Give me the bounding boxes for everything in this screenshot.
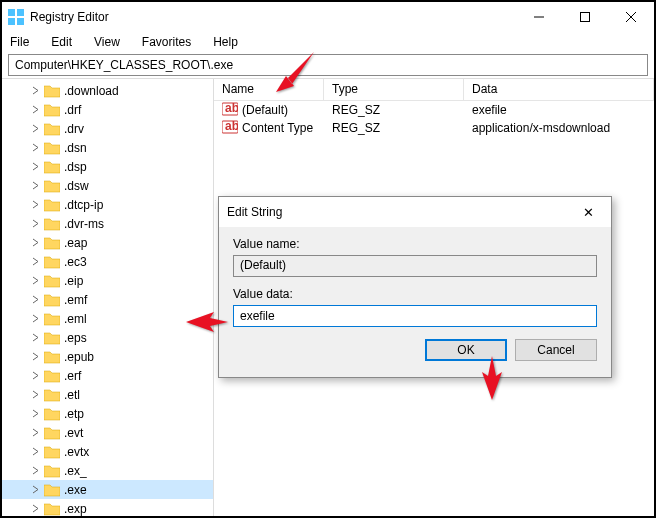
svg-rect-3 [17, 18, 24, 25]
chevron-right-icon[interactable] [28, 179, 42, 193]
value-row[interactable]: ab(Default)REG_SZexefile [214, 101, 654, 119]
value-data: application/x-msdownload [464, 121, 654, 135]
tree-item[interactable]: .exe [2, 480, 213, 499]
address-bar[interactable] [8, 54, 648, 76]
value-data: exefile [464, 103, 654, 117]
minimize-button[interactable] [516, 2, 562, 32]
tree-item[interactable]: .dvr-ms [2, 214, 213, 233]
cancel-button[interactable]: Cancel [515, 339, 597, 361]
tree-item[interactable]: .eml [2, 309, 213, 328]
menubar: File Edit View Favorites Help [2, 32, 654, 52]
tree-item-label: .erf [64, 369, 81, 383]
value-data-label: Value data: [233, 287, 597, 301]
svg-rect-5 [581, 13, 590, 22]
value-name: Content Type [242, 121, 313, 135]
chevron-right-icon[interactable] [28, 312, 42, 326]
chevron-right-icon[interactable] [28, 388, 42, 402]
tree-item[interactable]: .erf [2, 366, 213, 385]
tree-item[interactable]: .drv [2, 119, 213, 138]
ok-button[interactable]: OK [425, 339, 507, 361]
value-data-input[interactable] [233, 305, 597, 327]
tree-item[interactable]: .drf [2, 100, 213, 119]
chevron-right-icon[interactable] [28, 426, 42, 440]
tree-item-label: .eip [64, 274, 83, 288]
tree-item[interactable]: .download [2, 81, 213, 100]
tree-pane[interactable]: .download.drf.drv.dsn.dsp.dsw.dtcp-ip.dv… [2, 79, 214, 516]
tree-item-label: .ec3 [64, 255, 87, 269]
chevron-right-icon[interactable] [28, 274, 42, 288]
maximize-button[interactable] [562, 2, 608, 32]
tree-item[interactable]: .ec3 [2, 252, 213, 271]
tree-item[interactable]: .ex_ [2, 461, 213, 480]
chevron-right-icon[interactable] [28, 255, 42, 269]
regedit-icon [8, 9, 24, 25]
chevron-right-icon[interactable] [28, 464, 42, 478]
dialog-titlebar[interactable]: Edit String ✕ [219, 197, 611, 227]
tree-item[interactable]: .emf [2, 290, 213, 309]
dialog-title: Edit String [227, 205, 573, 219]
value-name-label: Value name: [233, 237, 597, 251]
menu-file[interactable]: File [6, 33, 33, 51]
tree-item-label: .epub [64, 350, 94, 364]
chevron-right-icon[interactable] [28, 369, 42, 383]
tree-item[interactable]: .eap [2, 233, 213, 252]
tree-item[interactable]: .etl [2, 385, 213, 404]
titlebar[interactable]: Registry Editor [2, 2, 654, 32]
chevron-right-icon[interactable] [28, 198, 42, 212]
tree-item-label: .dsw [64, 179, 89, 193]
svg-text:ab: ab [225, 101, 238, 115]
chevron-right-icon[interactable] [28, 350, 42, 364]
chevron-right-icon[interactable] [28, 217, 42, 231]
tree-item-label: .evtx [64, 445, 89, 459]
svg-text:ab: ab [225, 119, 238, 133]
address-input[interactable] [13, 57, 643, 73]
menu-edit[interactable]: Edit [47, 33, 76, 51]
tree-item[interactable]: .dsw [2, 176, 213, 195]
string-value-icon: ab [222, 119, 242, 138]
svg-rect-1 [17, 9, 24, 16]
tree-item[interactable]: .epub [2, 347, 213, 366]
chevron-right-icon[interactable] [28, 293, 42, 307]
value-type: REG_SZ [324, 121, 464, 135]
tree-item-label: .exe [64, 483, 87, 497]
chevron-right-icon[interactable] [28, 84, 42, 98]
tree-item-label: .etp [64, 407, 84, 421]
chevron-right-icon[interactable] [28, 331, 42, 345]
tree-item[interactable]: .evt [2, 423, 213, 442]
chevron-right-icon[interactable] [28, 445, 42, 459]
tree-item-label: .dsp [64, 160, 87, 174]
tree-item[interactable]: .eps [2, 328, 213, 347]
chevron-right-icon[interactable] [28, 502, 42, 516]
tree-item-label: .eps [64, 331, 87, 345]
chevron-right-icon[interactable] [28, 141, 42, 155]
tree-item[interactable]: .dsn [2, 138, 213, 157]
column-name[interactable]: Name [214, 79, 324, 100]
menu-view[interactable]: View [90, 33, 124, 51]
chevron-right-icon[interactable] [28, 122, 42, 136]
tree-item-label: .exp [64, 502, 87, 516]
tree-item-label: .eap [64, 236, 87, 250]
tree-item-label: .drv [64, 122, 84, 136]
chevron-right-icon[interactable] [28, 407, 42, 421]
tree-item[interactable]: .etp [2, 404, 213, 423]
value-row[interactable]: abContent TypeREG_SZapplication/x-msdown… [214, 119, 654, 137]
tree-item-label: .emf [64, 293, 87, 307]
tree-item[interactable]: .eip [2, 271, 213, 290]
tree-item-label: .evt [64, 426, 83, 440]
column-type[interactable]: Type [324, 79, 464, 100]
tree-item[interactable]: .dsp [2, 157, 213, 176]
menu-favorites[interactable]: Favorites [138, 33, 195, 51]
chevron-right-icon[interactable] [28, 483, 42, 497]
tree-item[interactable]: .dtcp-ip [2, 195, 213, 214]
tree-item[interactable]: .evtx [2, 442, 213, 461]
dialog-close-button[interactable]: ✕ [573, 205, 603, 220]
tree-item-label: .ex_ [64, 464, 87, 478]
column-data[interactable]: Data [464, 79, 654, 100]
close-button[interactable] [608, 2, 654, 32]
chevron-right-icon[interactable] [28, 160, 42, 174]
tree-item-label: .drf [64, 103, 81, 117]
menu-help[interactable]: Help [209, 33, 242, 51]
tree-item[interactable]: .exp [2, 499, 213, 516]
chevron-right-icon[interactable] [28, 103, 42, 117]
chevron-right-icon[interactable] [28, 236, 42, 250]
